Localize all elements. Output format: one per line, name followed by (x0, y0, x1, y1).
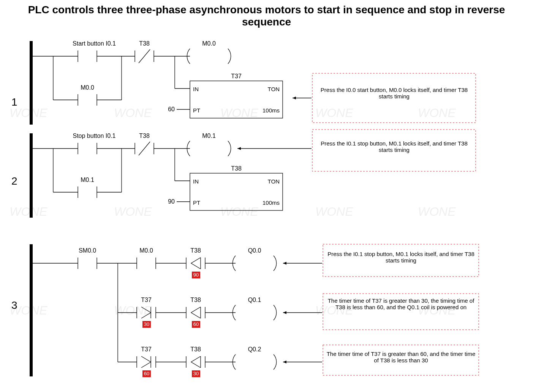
rung3-row0: M0.0 T38 90 Q0.0 Press the I0.1 stop but… (118, 244, 479, 278)
svg-line-37 (139, 142, 150, 155)
compare-label: T38 (190, 247, 201, 254)
coil-label: Q0.1 (248, 297, 261, 303)
timer-in-label: IN (193, 86, 199, 92)
rung3-row2: T37 60 T38 30 Q0.2 The timer time of T37… (118, 345, 479, 377)
timer-in-label: IN (193, 178, 199, 185)
compare-value: 60 (144, 371, 149, 376)
pt-value: 90 (168, 198, 175, 205)
rung-number: 2 (11, 175, 17, 187)
watermark: WONE (9, 106, 47, 120)
pt-value: 60 (168, 106, 175, 112)
compare-label: T37 (141, 297, 152, 303)
contact-label: T38 (139, 40, 150, 47)
coil-label: M0.1 (202, 133, 216, 139)
coil-label: Q0.0 (248, 247, 261, 254)
rung-note: Press the I0.1 stop button, M0.1 locks i… (326, 251, 476, 264)
coil-label: Q0.2 (248, 346, 261, 352)
contact-label: Stop button I0.1 (73, 133, 116, 139)
compare-value: 90 (193, 272, 199, 278)
timer-type-label: TON (268, 178, 280, 185)
page-title: PLC controls three three-phase asynchron… (0, 0, 533, 37)
timer-pt-label: PT (193, 199, 200, 206)
watermark: WONE (315, 205, 353, 218)
ladder-diagram: WONE WONE WONE WONE WONE WONE WONE WONE … (0, 37, 533, 392)
compare-label: T38 (190, 346, 201, 352)
watermark: WONE (114, 106, 152, 120)
svg-line-14 (139, 49, 150, 63)
compare-label: T38 (190, 297, 201, 303)
watermark: WONE (220, 205, 258, 218)
rung-note: Press the I0.1 stop button, M0.1 locks i… (315, 140, 473, 153)
compare-label: T37 (141, 346, 152, 352)
compare-value: 30 (144, 321, 149, 327)
compare-value: 30 (193, 371, 199, 376)
watermark: WONE (9, 205, 47, 218)
rung-3: 3 SM0.0 M0.0 T38 90 (11, 244, 479, 377)
timer-pt-label: PT (193, 107, 200, 114)
watermark: WONE (220, 106, 258, 120)
rung-number: 3 (11, 299, 17, 311)
coil-label: M0.0 (202, 40, 216, 47)
timer-name: T38 (231, 165, 242, 172)
contact-label: M0.1 (81, 177, 94, 183)
contact-label: Start button I0.1 (73, 40, 116, 47)
contact-label: SM0.0 (79, 247, 96, 254)
contact-label: M0.0 (139, 247, 153, 254)
timer-name: T37 (231, 73, 242, 79)
timer-res-label: 100ms (263, 107, 280, 114)
timer-res-label: 100ms (263, 199, 280, 206)
rung-note: Press the I0.0 start button, M0.0 locks … (315, 87, 473, 100)
watermark: WONE (418, 205, 456, 218)
rung-note: The timer time of T37 is greater than 60… (326, 351, 476, 364)
contact-label: M0.0 (81, 84, 94, 91)
rung-number: 1 (11, 96, 17, 108)
rung-note: The timer time of T37 is greater than 30… (326, 297, 476, 310)
watermark: WONE (114, 205, 152, 218)
contact-label: T38 (139, 133, 150, 139)
compare-value: 60 (193, 321, 199, 327)
timer-type-label: TON (268, 86, 280, 92)
rung3-row1: T37 30 T38 60 Q0.1 The timer time of T37… (118, 294, 479, 330)
